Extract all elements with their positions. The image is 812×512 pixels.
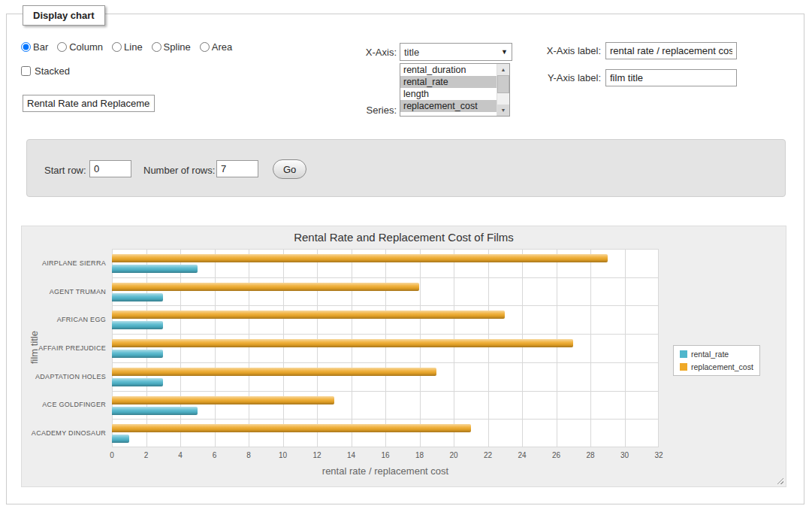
series-select-label: Series:	[340, 105, 397, 116]
gridline-vertical	[112, 249, 113, 447]
gridline-vertical	[590, 249, 591, 447]
chevron-down-icon: ▼	[501, 48, 508, 56]
radio-area[interactable]	[200, 42, 210, 52]
bar-rental_rate	[112, 435, 129, 443]
x-tick-label: 24	[518, 451, 526, 459]
legend-item-rental_rate[interactable]: rental_rate	[680, 350, 753, 359]
x-tick-label: 22	[484, 451, 492, 459]
gridline-horizontal	[112, 391, 659, 392]
legend-label: rental_rate	[691, 350, 729, 359]
series-option-length[interactable]: length	[400, 88, 497, 100]
category-label: AIRPLANE SIERRA	[22, 259, 106, 267]
legend-swatch	[680, 350, 687, 358]
gridline-vertical	[420, 249, 421, 447]
x-tick-label: 16	[381, 451, 389, 459]
radio-column[interactable]	[57, 42, 67, 52]
chart-type-option-area[interactable]: Area	[200, 41, 232, 53]
page: Display chart BarColumnLineSplineArea St…	[0, 0, 812, 512]
gridline-vertical	[352, 249, 352, 447]
gridline-vertical	[488, 249, 489, 447]
x-tick-label: 20	[449, 451, 457, 459]
bar-replacement_cost	[112, 339, 573, 347]
resize-handle-icon[interactable]	[775, 476, 783, 484]
x-tick-label: 8	[246, 451, 251, 459]
chart-type-option-spline[interactable]: Spline	[152, 41, 191, 53]
gridline-vertical	[385, 249, 386, 447]
x-tick-label: 14	[347, 451, 355, 459]
category-label: ADAPTATION HOLES	[22, 373, 106, 380]
bar-rental_rate	[112, 350, 163, 358]
x-tick-label: 32	[654, 451, 663, 459]
scroll-up-icon[interactable]: ▲	[497, 64, 509, 75]
radio-label: Area	[212, 41, 232, 53]
x-axis-select[interactable]: title ▼	[400, 43, 512, 61]
chart-title: Rental Rate and Replacement Cost of Film…	[22, 231, 786, 244]
stacked-label: Stacked	[35, 65, 70, 77]
radio-line[interactable]	[112, 42, 122, 52]
legend-label: replacement_cost	[691, 362, 753, 371]
gridline-vertical	[522, 249, 523, 447]
bar-replacement_cost	[112, 311, 505, 319]
x-tick-label: 4	[178, 451, 183, 459]
chart-legend: rental_ratereplacement_cost	[673, 345, 760, 376]
chart-type-option-column[interactable]: Column	[57, 41, 103, 53]
y-axis-label-caption: Y-Axis label:	[517, 72, 601, 83]
category-label: AFFAIR PREJUDICE	[22, 344, 106, 352]
gridline-horizontal	[112, 249, 659, 250]
chart-type-option-line[interactable]: Line	[112, 41, 143, 53]
y-axis-label-input[interactable]	[605, 69, 737, 86]
gridline-vertical	[215, 249, 216, 447]
bar-replacement_cost	[112, 254, 608, 262]
plot-area	[112, 249, 659, 447]
category-label: ACADEMY DINOSAUR	[22, 429, 106, 437]
bar-rental_rate	[112, 378, 163, 386]
category-label: AFRICAN EGG	[22, 316, 106, 323]
x-tick-label: 18	[415, 451, 424, 459]
radio-bar[interactable]	[21, 42, 31, 52]
number-of-rows-input[interactable]	[216, 160, 258, 177]
bar-replacement_cost	[112, 424, 471, 432]
gridline-vertical	[658, 249, 659, 447]
radio-spline[interactable]	[152, 42, 161, 52]
gridline-horizontal	[112, 277, 659, 278]
series-option-rental_duration[interactable]: rental_duration	[400, 64, 497, 76]
x-axis-selected-value: title	[404, 47, 419, 58]
series-option-rental_rate[interactable]: rental_rate	[400, 76, 497, 88]
start-row-label: Start row:	[44, 165, 86, 176]
scrollbar[interactable]: ▲ ▼	[497, 64, 509, 116]
bar-replacement_cost	[112, 283, 419, 291]
gridline-vertical	[454, 249, 454, 447]
gridline-horizontal	[112, 419, 659, 420]
chart-title-input[interactable]	[23, 95, 155, 112]
series-options: rental_durationrental_ratelengthreplacem…	[400, 64, 497, 112]
x-tick-label: 12	[312, 451, 321, 459]
gridline-horizontal	[112, 334, 659, 335]
chart-panel: Rental Rate and Replacement Cost of Film…	[21, 226, 786, 487]
row-range-box: Start row: Number of rows: Go	[26, 139, 786, 197]
bar-rental_rate	[112, 407, 198, 415]
x-tick-label: 10	[279, 451, 287, 459]
chart-type-radio-group: BarColumnLineSplineArea	[21, 41, 232, 53]
chart-type-option-bar[interactable]: Bar	[21, 41, 48, 53]
gridline-horizontal	[112, 305, 659, 306]
series-multiselect[interactable]: rental_durationrental_ratelengthreplacem…	[400, 63, 510, 117]
legend-item-replacement_cost[interactable]: replacement_cost	[680, 362, 753, 371]
x-axis-label-input[interactable]	[605, 42, 737, 59]
series-option-replacement_cost[interactable]: replacement_cost	[400, 100, 497, 112]
gridline-vertical	[317, 249, 318, 447]
stacked-checkbox-row[interactable]: Stacked	[21, 65, 70, 77]
radio-label: Column	[69, 41, 103, 53]
x-tick-label: 0	[110, 451, 114, 459]
scrollbar-thumb[interactable]	[497, 75, 509, 93]
stacked-checkbox[interactable]	[21, 66, 31, 76]
scroll-down-icon[interactable]: ▼	[497, 105, 509, 116]
x-tick-label: 2	[144, 451, 149, 459]
gridline-vertical	[249, 249, 249, 447]
gridline-vertical	[283, 249, 284, 447]
x-axis-title: rental rate / replacement cost	[112, 465, 659, 477]
gridline-vertical	[180, 249, 181, 447]
x-tick-label: 6	[213, 451, 217, 459]
start-row-input[interactable]	[89, 160, 131, 177]
fieldset-legend: Display chart	[23, 5, 105, 26]
go-button[interactable]: Go	[273, 159, 306, 179]
